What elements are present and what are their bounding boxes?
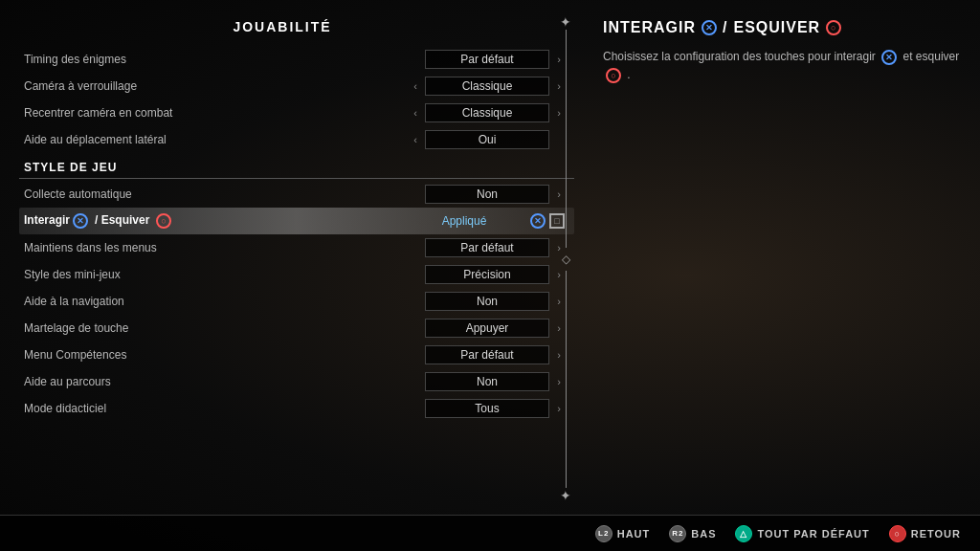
setting-row-recenter[interactable]: Recentrer caméra en combat ‹ Classique › [19,99,574,126]
setting-row-nav-help[interactable]: Aide à la navigation Non › [19,288,574,315]
setting-row-auto-collect[interactable]: Collecte automatique Non › [19,181,574,208]
right-panel: INTERAGIR ✕ / ESQUIVER ○ Choisissez la c… [574,0,980,551]
setting-value-container-skill-menu: Par défaut › [410,345,565,364]
setting-value-button-mash: Appuyer [425,319,549,338]
left-panel: JOUABILITÉ Timing des énigmes Par défaut… [0,0,574,551]
setting-value-container-nav-help: Non › [410,292,565,311]
setting-row-minigame[interactable]: Style des mini-jeux Précision › [19,261,574,288]
setting-value-container-interact-dodge: Appliqué ✕ □ [402,212,565,230]
setting-value-menu-holds: Par défaut [425,238,549,257]
icon-o-dodge: ○ [156,213,171,229]
setting-value-container-button-mash: Appuyer › [410,319,565,338]
setting-value-container-auto-collect: Non › [410,185,565,204]
setting-value-container-recenter: ‹ Classique › [410,103,565,122]
setting-value-nav-help: Non [425,292,549,311]
main-content: JOUABILITÉ Timing des énigmes Par défaut… [0,0,980,551]
right-desc-text3: . [627,68,630,81]
setting-value-interact-dodge: Appliqué [402,212,526,230]
setting-value-container-camera-lock: ‹ Classique › [410,77,565,96]
subsection-title: STYLE DE JEU [19,153,574,179]
setting-value-container-timing: Par défaut › [410,50,565,69]
arrow-right-skill-menu: › [553,349,565,361]
right-desc-text1: Choisissez la configuration des touches … [603,50,876,63]
arrow-left-recenter: ‹ [410,107,421,119]
setting-label-timing: Timing des énigmes [24,53,410,66]
divider-bottom-gem: ✦ [560,488,571,503]
setting-value-skill-menu: Par défaut [425,345,549,364]
setting-row-menu-holds[interactable]: Maintiens dans les menus Par défaut › [19,234,574,261]
right-title-text1: INTERAGIR [603,19,696,36]
icon-o-desc: ○ [606,68,621,83]
setting-value-container-path-help: Non › [410,372,565,391]
setting-value-path-help: Non [425,372,549,391]
setting-value-container-minigame: Précision › [410,265,565,284]
right-title: INTERAGIR ✕ / ESQUIVER ○ [603,19,961,36]
setting-label-auto-collect: Collecte automatique [24,187,410,201]
setting-label-button-mash: Martelage de touche [24,321,410,335]
setting-label-skill-menu: Menu Compétences [24,348,410,362]
setting-value-minigame: Précision [425,265,549,284]
arrow-right-minigame: › [553,269,565,280]
setting-label-camera-lock: Caméra à verrouillage [24,79,410,93]
divider-top-gem: ✦ [560,14,571,30]
arrow-right-path-help: › [553,376,565,387]
setting-value-camera-lock: Classique [425,77,549,96]
setting-value-container-menu-holds: Par défaut › [410,238,565,257]
right-description: Choisissez la configuration des touches … [603,48,961,84]
settings-list: Timing des énigmes Par défaut › Caméra à… [19,46,574,513]
setting-value-tutorial: Tous [425,399,549,418]
right-title-separator: / [723,19,727,36]
icon-x-desc: ✕ [881,50,897,65]
setting-value-recenter: Classique [425,103,549,122]
setting-row-button-mash[interactable]: Martelage de touche Appuyer › [19,315,574,342]
setting-label-lateral: Aide au déplacement latéral [24,133,410,146]
icon-square-applied: □ [549,213,565,229]
setting-label-tutorial: Mode didacticiel [24,402,410,415]
arrow-right-recenter: › [553,107,565,119]
vertical-divider: ✦ ◇ ✦ [565,0,567,513]
arrow-right-camera-lock: › [553,80,565,92]
setting-label-recenter: Recentrer caméra en combat [24,106,410,120]
right-desc-text2: et esquiver [903,50,960,63]
setting-row-path-help[interactable]: Aide au parcours Non › [19,368,574,395]
setting-row-interact-dodge[interactable]: Interagir ✕ / Esquiver ○ Appliqué ✕ □ [19,208,574,234]
setting-label-minigame: Style des mini-jeux [24,268,410,281]
right-title-text2: ESQUIVER [733,19,820,36]
setting-value-container-tutorial: Tous › [410,399,565,418]
setting-label-interact-dodge: Interagir ✕ / Esquiver ○ [24,213,402,229]
icon-x-title: ✕ [702,20,717,35]
section-title: JOUABILITÉ [19,19,574,34]
setting-label-menu-holds: Maintiens dans les menus [24,241,410,254]
arrow-right-tutorial: › [553,403,565,414]
arrow-left-camera-lock: ‹ [410,80,421,92]
divider-diamond: ◇ [562,253,570,266]
icon-x-interact: ✕ [73,213,88,229]
setting-row-lateral[interactable]: Aide au déplacement latéral ‹ Oui [19,126,574,153]
icon-x-applied: ✕ [530,213,546,229]
divider-bottom-line [566,271,567,489]
setting-row-skill-menu[interactable]: Menu Compétences Par défaut › [19,342,574,368]
arrow-left-lateral: ‹ [410,134,421,145]
setting-value-lateral: Oui [425,130,549,149]
divider-main-line [566,30,567,248]
setting-value-container-lateral: ‹ Oui [410,130,565,149]
arrow-right-auto-collect: › [553,188,565,200]
arrow-right-timing: › [553,54,565,65]
setting-label-path-help: Aide au parcours [24,375,410,388]
arrow-right-button-mash: › [553,322,565,334]
arrow-right-nav-help: › [553,296,565,307]
setting-row-tutorial[interactable]: Mode didacticiel Tous › [19,395,574,422]
setting-value-timing: Par défaut [425,50,549,69]
setting-row-camera-lock[interactable]: Caméra à verrouillage ‹ Classique › [19,73,574,99]
setting-label-nav-help: Aide à la navigation [24,295,410,308]
icon-o-title: ○ [826,20,841,35]
setting-row-timing[interactable]: Timing des énigmes Par défaut › [19,46,574,73]
setting-value-auto-collect: Non [425,185,549,204]
